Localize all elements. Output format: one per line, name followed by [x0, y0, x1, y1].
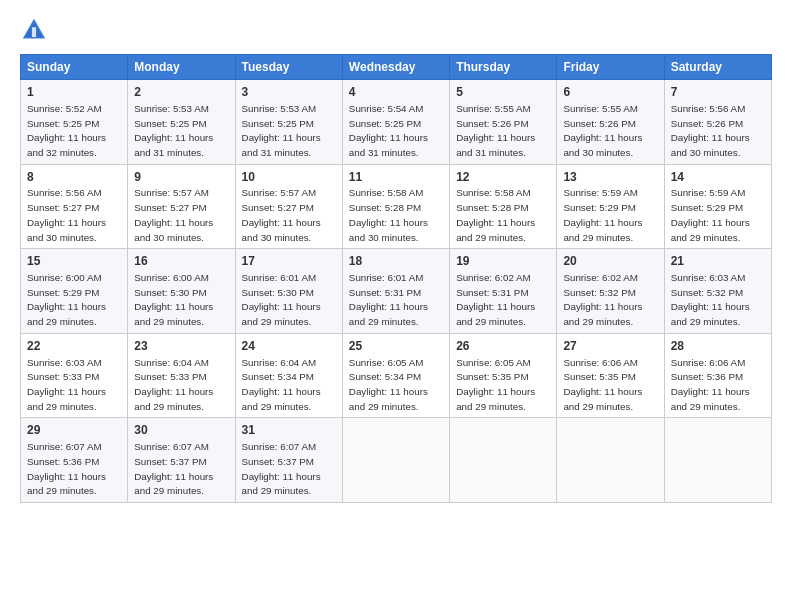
day-number: 12 [456, 169, 550, 186]
day-info: Sunrise: 6:01 AM Sunset: 5:31 PM Dayligh… [349, 272, 428, 327]
day-info: Sunrise: 5:55 AM Sunset: 5:26 PM Dayligh… [456, 103, 535, 158]
calendar-cell: 9Sunrise: 5:57 AM Sunset: 5:27 PM Daylig… [128, 164, 235, 249]
calendar-cell: 20Sunrise: 6:02 AM Sunset: 5:32 PM Dayli… [557, 249, 664, 334]
day-number: 8 [27, 169, 121, 186]
day-number: 29 [27, 422, 121, 439]
calendar-table: SundayMondayTuesdayWednesdayThursdayFrid… [20, 54, 772, 503]
day-info: Sunrise: 6:00 AM Sunset: 5:29 PM Dayligh… [27, 272, 106, 327]
day-number: 28 [671, 338, 765, 355]
calendar-cell [342, 418, 449, 503]
day-number: 7 [671, 84, 765, 101]
calendar-cell [450, 418, 557, 503]
header-day: Wednesday [342, 55, 449, 80]
svg-rect-2 [32, 27, 36, 37]
day-info: Sunrise: 6:06 AM Sunset: 5:36 PM Dayligh… [671, 357, 750, 412]
calendar-header: SundayMondayTuesdayWednesdayThursdayFrid… [21, 55, 772, 80]
day-info: Sunrise: 5:54 AM Sunset: 5:25 PM Dayligh… [349, 103, 428, 158]
calendar-row: 8Sunrise: 5:56 AM Sunset: 5:27 PM Daylig… [21, 164, 772, 249]
day-info: Sunrise: 6:02 AM Sunset: 5:31 PM Dayligh… [456, 272, 535, 327]
day-info: Sunrise: 6:05 AM Sunset: 5:34 PM Dayligh… [349, 357, 428, 412]
calendar-body: 1Sunrise: 5:52 AM Sunset: 5:25 PM Daylig… [21, 80, 772, 503]
calendar-cell: 23Sunrise: 6:04 AM Sunset: 5:33 PM Dayli… [128, 333, 235, 418]
header-day: Monday [128, 55, 235, 80]
day-number: 20 [563, 253, 657, 270]
day-info: Sunrise: 5:52 AM Sunset: 5:25 PM Dayligh… [27, 103, 106, 158]
day-number: 31 [242, 422, 336, 439]
day-info: Sunrise: 5:57 AM Sunset: 5:27 PM Dayligh… [242, 187, 321, 242]
header-day: Saturday [664, 55, 771, 80]
calendar-row: 1Sunrise: 5:52 AM Sunset: 5:25 PM Daylig… [21, 80, 772, 165]
day-info: Sunrise: 5:55 AM Sunset: 5:26 PM Dayligh… [563, 103, 642, 158]
calendar-cell: 21Sunrise: 6:03 AM Sunset: 5:32 PM Dayli… [664, 249, 771, 334]
calendar-cell: 13Sunrise: 5:59 AM Sunset: 5:29 PM Dayli… [557, 164, 664, 249]
day-info: Sunrise: 6:00 AM Sunset: 5:30 PM Dayligh… [134, 272, 213, 327]
calendar-cell: 11Sunrise: 5:58 AM Sunset: 5:28 PM Dayli… [342, 164, 449, 249]
calendar-cell: 19Sunrise: 6:02 AM Sunset: 5:31 PM Dayli… [450, 249, 557, 334]
day-number: 10 [242, 169, 336, 186]
calendar-cell: 27Sunrise: 6:06 AM Sunset: 5:35 PM Dayli… [557, 333, 664, 418]
calendar-cell: 8Sunrise: 5:56 AM Sunset: 5:27 PM Daylig… [21, 164, 128, 249]
day-info: Sunrise: 5:58 AM Sunset: 5:28 PM Dayligh… [456, 187, 535, 242]
day-info: Sunrise: 5:53 AM Sunset: 5:25 PM Dayligh… [242, 103, 321, 158]
logo-icon [20, 16, 48, 44]
day-number: 21 [671, 253, 765, 270]
day-number: 30 [134, 422, 228, 439]
calendar-cell: 10Sunrise: 5:57 AM Sunset: 5:27 PM Dayli… [235, 164, 342, 249]
day-number: 15 [27, 253, 121, 270]
day-info: Sunrise: 5:58 AM Sunset: 5:28 PM Dayligh… [349, 187, 428, 242]
calendar-cell: 31Sunrise: 6:07 AM Sunset: 5:37 PM Dayli… [235, 418, 342, 503]
calendar-cell: 12Sunrise: 5:58 AM Sunset: 5:28 PM Dayli… [450, 164, 557, 249]
calendar-cell: 7Sunrise: 5:56 AM Sunset: 5:26 PM Daylig… [664, 80, 771, 165]
day-number: 24 [242, 338, 336, 355]
calendar-cell: 4Sunrise: 5:54 AM Sunset: 5:25 PM Daylig… [342, 80, 449, 165]
day-info: Sunrise: 6:07 AM Sunset: 5:37 PM Dayligh… [134, 441, 213, 496]
calendar-cell: 24Sunrise: 6:04 AM Sunset: 5:34 PM Dayli… [235, 333, 342, 418]
day-number: 1 [27, 84, 121, 101]
calendar-cell: 25Sunrise: 6:05 AM Sunset: 5:34 PM Dayli… [342, 333, 449, 418]
calendar-cell: 16Sunrise: 6:00 AM Sunset: 5:30 PM Dayli… [128, 249, 235, 334]
calendar-cell: 6Sunrise: 5:55 AM Sunset: 5:26 PM Daylig… [557, 80, 664, 165]
calendar-row: 29Sunrise: 6:07 AM Sunset: 5:36 PM Dayli… [21, 418, 772, 503]
day-info: Sunrise: 6:07 AM Sunset: 5:36 PM Dayligh… [27, 441, 106, 496]
day-number: 18 [349, 253, 443, 270]
day-number: 2 [134, 84, 228, 101]
day-number: 17 [242, 253, 336, 270]
header-day: Tuesday [235, 55, 342, 80]
calendar-cell: 18Sunrise: 6:01 AM Sunset: 5:31 PM Dayli… [342, 249, 449, 334]
calendar-cell: 1Sunrise: 5:52 AM Sunset: 5:25 PM Daylig… [21, 80, 128, 165]
day-info: Sunrise: 6:01 AM Sunset: 5:30 PM Dayligh… [242, 272, 321, 327]
day-number: 11 [349, 169, 443, 186]
day-number: 22 [27, 338, 121, 355]
calendar-cell: 17Sunrise: 6:01 AM Sunset: 5:30 PM Dayli… [235, 249, 342, 334]
day-info: Sunrise: 5:53 AM Sunset: 5:25 PM Dayligh… [134, 103, 213, 158]
calendar-cell [664, 418, 771, 503]
day-number: 3 [242, 84, 336, 101]
header [20, 16, 772, 44]
day-number: 19 [456, 253, 550, 270]
day-info: Sunrise: 6:06 AM Sunset: 5:35 PM Dayligh… [563, 357, 642, 412]
calendar-cell: 2Sunrise: 5:53 AM Sunset: 5:25 PM Daylig… [128, 80, 235, 165]
day-number: 4 [349, 84, 443, 101]
day-number: 16 [134, 253, 228, 270]
day-info: Sunrise: 5:59 AM Sunset: 5:29 PM Dayligh… [671, 187, 750, 242]
header-row: SundayMondayTuesdayWednesdayThursdayFrid… [21, 55, 772, 80]
day-info: Sunrise: 5:56 AM Sunset: 5:26 PM Dayligh… [671, 103, 750, 158]
day-info: Sunrise: 6:04 AM Sunset: 5:33 PM Dayligh… [134, 357, 213, 412]
calendar-cell: 30Sunrise: 6:07 AM Sunset: 5:37 PM Dayli… [128, 418, 235, 503]
calendar-cell: 15Sunrise: 6:00 AM Sunset: 5:29 PM Dayli… [21, 249, 128, 334]
day-info: Sunrise: 5:59 AM Sunset: 5:29 PM Dayligh… [563, 187, 642, 242]
day-info: Sunrise: 5:57 AM Sunset: 5:27 PM Dayligh… [134, 187, 213, 242]
day-number: 9 [134, 169, 228, 186]
calendar-cell: 22Sunrise: 6:03 AM Sunset: 5:33 PM Dayli… [21, 333, 128, 418]
calendar-cell: 3Sunrise: 5:53 AM Sunset: 5:25 PM Daylig… [235, 80, 342, 165]
day-number: 5 [456, 84, 550, 101]
header-day: Friday [557, 55, 664, 80]
day-number: 26 [456, 338, 550, 355]
page: SundayMondayTuesdayWednesdayThursdayFrid… [0, 0, 792, 612]
day-number: 13 [563, 169, 657, 186]
calendar-row: 15Sunrise: 6:00 AM Sunset: 5:29 PM Dayli… [21, 249, 772, 334]
calendar-row: 22Sunrise: 6:03 AM Sunset: 5:33 PM Dayli… [21, 333, 772, 418]
day-number: 6 [563, 84, 657, 101]
day-info: Sunrise: 6:07 AM Sunset: 5:37 PM Dayligh… [242, 441, 321, 496]
header-day: Thursday [450, 55, 557, 80]
